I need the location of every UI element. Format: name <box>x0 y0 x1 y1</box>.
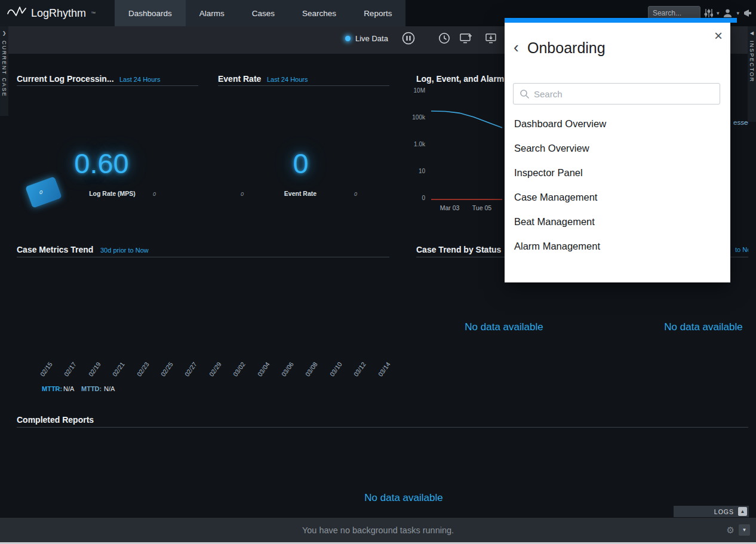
onboarding-title: Onboarding <box>527 39 606 57</box>
x-tick: 02/21 <box>105 361 126 386</box>
brand-name: LogRhythm <box>31 7 86 20</box>
onboarding-item-list: Dashboard Overview Search Overview Inspe… <box>505 112 730 259</box>
panel-title-completed-reports: Completed Reports <box>17 415 94 425</box>
mttr-label: MTTR: <box>42 385 62 392</box>
x-tick: Mar 03 <box>435 204 464 211</box>
axis-zero-label: 0 <box>241 191 244 197</box>
x-tick: 02/27 <box>177 361 198 386</box>
x-tick: 03/10 <box>322 361 343 386</box>
panel-range-link[interactable]: Last 24 Hours <box>119 76 160 83</box>
onboarding-item-search-overview[interactable]: Search Overview <box>505 136 730 161</box>
export-dashboard-button[interactable] <box>485 33 498 46</box>
mttd-label: MTTD: <box>81 385 102 392</box>
no-data-message: No data available <box>455 321 553 333</box>
divider <box>17 85 198 86</box>
panel-title-current-log-processing: Current Log Processin... <box>17 74 114 84</box>
logrhythm-logo-icon <box>7 6 26 20</box>
y-tick: 1.0k <box>407 141 425 147</box>
log-event-alarm-chart <box>429 86 505 205</box>
tab-alarms[interactable]: Alarms <box>186 0 238 26</box>
x-tick: 02/29 <box>201 361 223 386</box>
expand-right-icon: ❯ <box>2 26 7 41</box>
divider <box>17 427 748 428</box>
panel-title-log-event-alarm: Log, Event, and Alarm <box>416 74 504 84</box>
no-data-message: No data available <box>355 492 453 504</box>
x-tick: 02/19 <box>81 361 102 386</box>
event-rate-label: Event Rate <box>263 190 337 197</box>
x-tick: 02/23 <box>129 361 150 386</box>
user-menu-button[interactable] <box>723 8 733 18</box>
gauge-needle-shape <box>25 176 62 208</box>
x-tick: Tue 05 <box>468 204 496 211</box>
mttr-value: N/A <box>63 385 74 392</box>
x-tick: 03/06 <box>273 361 295 386</box>
brand-trademark: ™ <box>91 11 96 16</box>
collapse-down-button[interactable]: ▼ <box>739 524 750 536</box>
x-tick: 03/14 <box>370 361 392 386</box>
divider <box>218 85 389 86</box>
divider <box>17 257 389 257</box>
axis-zero-label: 0 <box>354 191 357 197</box>
log-rate-label: Log Rate (MPS) <box>75 190 149 197</box>
expand-left-icon: ◀ <box>750 26 754 41</box>
logs-drawer-tab[interactable]: LOGS ▲ <box>674 506 749 517</box>
clipped-panel-range-fragment: to Now <box>735 246 748 253</box>
gauge-zero-label: 0 <box>39 189 42 195</box>
live-data-label: Live Data <box>355 34 388 43</box>
mttd-value: N/A <box>104 385 115 392</box>
x-tick: 03/04 <box>250 361 271 386</box>
tab-searches[interactable]: Searches <box>288 0 350 26</box>
onboarding-accent-bar <box>505 18 737 23</box>
current-case-side-tab[interactable]: ❯ CURRENT CASE <box>0 26 8 116</box>
clipped-panel-title-fragment: essed <box>733 119 748 126</box>
logs-label: LOGS <box>714 508 734 515</box>
tab-cases[interactable]: Cases <box>238 0 288 26</box>
pause-button[interactable] <box>401 31 416 48</box>
x-tick: 02/15 <box>32 361 54 386</box>
announcements-icon[interactable] <box>743 8 754 18</box>
live-data-dot-icon <box>345 36 351 41</box>
x-tick: 03/12 <box>346 361 367 386</box>
filters-button[interactable] <box>704 8 713 18</box>
background-tasks-message: You have no background tasks running. <box>0 518 756 543</box>
onboarding-item-alarm-management[interactable]: Alarm Management <box>505 234 730 259</box>
x-tick: 03/02 <box>225 361 247 386</box>
inspector-label: INSPECTOR <box>749 41 755 82</box>
onboarding-search-input[interactable] <box>514 84 720 104</box>
current-case-label: CURRENT CASE <box>1 41 7 97</box>
live-data-indicator[interactable]: Live Data <box>345 34 388 43</box>
y-tick: 10M <box>407 87 425 94</box>
event-rate-value: 0 <box>263 147 339 180</box>
x-tick: 02/25 <box>153 361 174 386</box>
status-bar: You have no background tasks running. ⚙ … <box>0 517 756 543</box>
onboarding-item-inspector-panel[interactable]: Inspector Panel <box>505 161 730 185</box>
panel-range-link[interactable]: Last 24 Hours <box>267 76 308 83</box>
panel-title-case-metrics-trend: Case Metrics Trend <box>17 245 93 254</box>
gear-icon[interactable]: ⚙ <box>727 525 735 534</box>
y-tick: 0 <box>407 195 425 201</box>
y-tick: 10 <box>407 168 425 174</box>
close-icon[interactable]: × <box>714 29 723 43</box>
back-chevron-icon[interactable]: ‹ <box>514 39 519 55</box>
filters-caret-icon[interactable]: ▾ <box>717 10 720 16</box>
inspector-side-tab[interactable]: ◀ INSPECTOR <box>748 26 756 122</box>
time-range-clock-button[interactable] <box>438 32 450 47</box>
onboarding-item-beat-management[interactable]: Beat Management <box>505 210 730 234</box>
panel-range-link[interactable]: 30d prior to Now <box>100 247 149 254</box>
onboarding-item-case-management[interactable]: Case Management <box>505 185 730 210</box>
x-tick: 03/08 <box>297 361 319 386</box>
add-dashboard-button[interactable] <box>460 33 472 46</box>
onboarding-panel: × ‹ Onboarding Dashboard Overview Search… <box>505 18 730 282</box>
y-tick: 100k <box>407 114 425 121</box>
user-menu-caret-icon[interactable]: ▾ <box>736 10 739 16</box>
no-data-message: No data available <box>654 321 752 333</box>
log-rate-value: 0.60 <box>60 147 143 180</box>
tab-dashboards[interactable]: Dashboards <box>115 0 186 26</box>
x-tick: 02/17 <box>56 361 78 386</box>
tab-reports[interactable]: Reports <box>350 0 405 26</box>
expand-up-icon[interactable]: ▲ <box>738 507 747 516</box>
brand-logo: LogRhythm ™ <box>0 0 115 26</box>
axis-zero-label: 0 <box>153 191 156 197</box>
app-root: { "nav": { "brand": "LogRhythm", "brand_… <box>0 0 756 544</box>
onboarding-item-dashboard-overview[interactable]: Dashboard Overview <box>505 112 730 136</box>
